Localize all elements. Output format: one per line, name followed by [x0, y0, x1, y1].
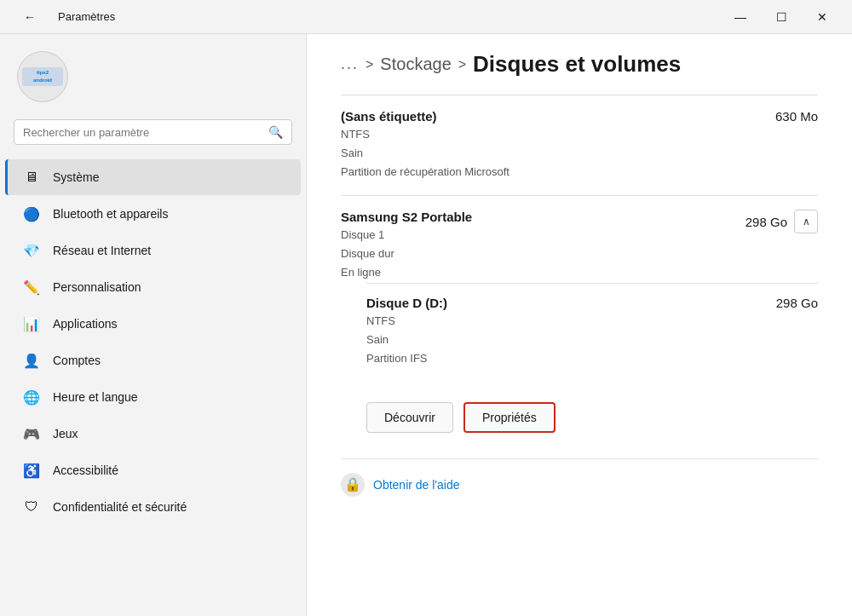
sidebar-label-accessibilite: Accessibilité	[53, 463, 118, 477]
sidebar-nav: 🖥 Système 🔵 Bluetooth et appareils 💎 Rés…	[0, 158, 306, 607]
sidebar-item-perso[interactable]: ✏️ Personnalisation	[5, 269, 301, 305]
disk-size-disk1: 298 Go	[746, 215, 787, 229]
sidebar-label-jeux: Jeux	[53, 427, 78, 440]
sidebar: tips2 android 🔍 🖥 Système 🔵 Bluetooth et…	[0, 34, 307, 616]
part-details-part1: NTFSSainPartition IFS	[366, 312, 447, 368]
sidebar-item-accessibilite[interactable]: ♿ Accessibilité	[5, 452, 301, 488]
sidebar-label-perso: Personnalisation	[53, 280, 141, 294]
properties-button[interactable]: Propriétés	[463, 402, 556, 433]
breadcrumb-stockage[interactable]: Stockage	[380, 55, 451, 74]
sidebar-label-systeme: Système	[53, 170, 99, 184]
reseau-icon: 💎	[22, 241, 41, 260]
breadcrumb-current: Disques et volumes	[473, 51, 681, 78]
apps-icon: 📊	[22, 314, 41, 333]
sidebar-item-heure[interactable]: 🌐 Heure et langue	[5, 379, 301, 415]
partition-entry-part1: Disque D (D:) NTFSSainPartition IFS 298 …	[366, 283, 818, 380]
confidentialite-icon: 🛡	[22, 498, 41, 516]
search-icon: 🔍	[268, 125, 283, 139]
sidebar-label-comptes: Comptes	[53, 354, 101, 367]
title-bar-left: ← Paramètres	[10, 3, 115, 31]
search-input[interactable]	[23, 126, 262, 139]
main-content: ... > Stockage > Disques et volumes (San…	[307, 34, 852, 616]
part-size-part1: 298 Go	[776, 296, 818, 310]
perso-icon: ✏️	[22, 278, 41, 296]
breadcrumb-sep2: >	[458, 57, 466, 72]
disk-size-disk0: 630 Mo	[775, 109, 818, 124]
svg-text:tips2: tips2	[37, 70, 49, 75]
collapse-btn-disk1[interactable]: ∧	[794, 210, 818, 233]
logo-text: tips2 android	[18, 52, 67, 101]
sidebar-label-confidentialite: Confidentialité et sécurité	[53, 500, 187, 514]
sidebar-item-systeme[interactable]: 🖥 Système	[5, 159, 301, 195]
sidebar-item-reseau[interactable]: 💎 Réseau et Internet	[5, 233, 301, 268]
sidebar-item-apps[interactable]: 📊 Applications	[5, 306, 301, 342]
breadcrumb: ... > Stockage > Disques et volumes	[341, 51, 818, 78]
disk-section: (Sans étiquette) NTFSSainPartition de ré…	[341, 95, 818, 394]
sidebar-item-comptes[interactable]: 👤 Comptes	[5, 343, 301, 378]
disk-entry-disk1: Samsung S2 Portable Disque 1Disque durEn…	[341, 195, 818, 394]
sidebar-label-apps: Applications	[53, 317, 118, 331]
title-bar: ← Paramètres — ☐ ✕	[0, 0, 852, 34]
sidebar-label-reseau: Réseau et Internet	[53, 244, 151, 257]
disk-details-disk0: NTFSSainPartition de récupération Micros…	[341, 125, 509, 181]
systeme-icon: 🖥	[22, 168, 41, 187]
back-button[interactable]: ←	[10, 3, 49, 31]
heure-icon: 🌐	[22, 388, 41, 406]
sidebar-label-heure: Heure et langue	[53, 390, 138, 404]
help-section: 🔒 Obtenir de l'aide	[341, 458, 818, 497]
bluetooth-icon: 🔵	[22, 204, 41, 223]
breadcrumb-dots: ...	[341, 55, 359, 73]
sidebar-logo: tips2 android	[17, 51, 68, 102]
disk-name-disk1: Samsung S2 Portable	[341, 210, 472, 224]
disk-entry-disk0: (Sans étiquette) NTFSSainPartition de ré…	[341, 95, 818, 195]
minimize-button[interactable]: —	[721, 3, 760, 31]
jeux-icon: 🎮	[22, 424, 41, 443]
window-title: Paramètres	[58, 10, 115, 23]
comptes-icon: 👤	[22, 351, 41, 370]
disk-details-disk1: Disque 1Disque durEn ligne	[341, 226, 472, 282]
maximize-button[interactable]: ☐	[762, 3, 801, 31]
close-button[interactable]: ✕	[803, 3, 842, 31]
sidebar-label-bluetooth: Bluetooth et appareils	[53, 207, 168, 221]
breadcrumb-sep1: >	[366, 57, 373, 72]
search-box[interactable]: 🔍	[14, 119, 292, 145]
logo-area: tips2 android	[0, 43, 306, 119]
help-icon: 🔒	[341, 473, 365, 497]
sidebar-item-bluetooth[interactable]: 🔵 Bluetooth et appareils	[5, 196, 301, 232]
disk-name-disk0: (Sans étiquette)	[341, 109, 509, 124]
sidebar-item-confidentialite[interactable]: 🛡 Confidentialité et sécurité	[5, 489, 301, 525]
sidebar-item-jeux[interactable]: 🎮 Jeux	[5, 416, 301, 452]
part-name-part1: Disque D (D:)	[366, 296, 447, 310]
window-controls: — ☐ ✕	[721, 3, 842, 31]
help-link[interactable]: Obtenir de l'aide	[373, 478, 460, 492]
app-body: tips2 android 🔍 🖥 Système 🔵 Bluetooth et…	[0, 34, 852, 616]
accessibilite-icon: ♿	[22, 461, 41, 480]
svg-text:android: android	[33, 78, 52, 83]
action-buttons: Découvrir Propriétés	[366, 402, 818, 433]
discover-button[interactable]: Découvrir	[366, 402, 453, 433]
